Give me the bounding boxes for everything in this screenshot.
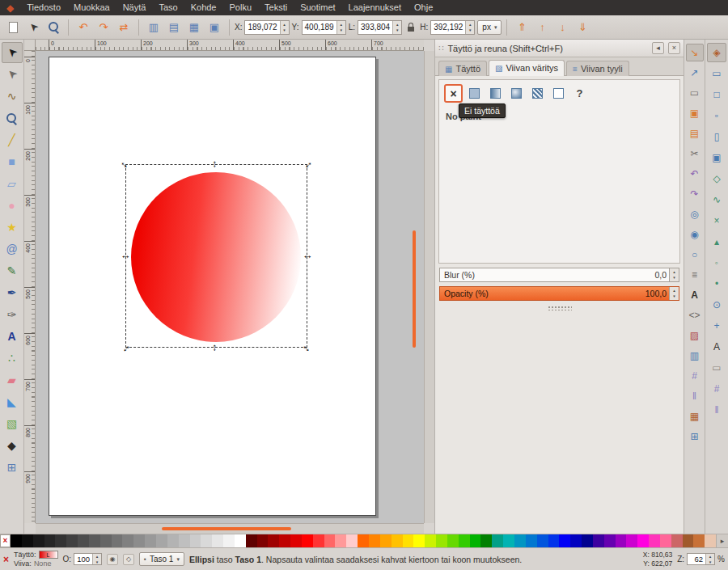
zoom-selection-icon[interactable]: ◎	[686, 205, 704, 223]
zoom-page-icon[interactable]: ○	[686, 246, 704, 264]
color-swatch[interactable]	[223, 534, 235, 547]
guides-icon[interactable]: ‖	[686, 387, 704, 405]
snap-cusp-nodes-icon[interactable]: ▴	[707, 232, 726, 251]
selection-arrow-icon[interactable]: ➤	[23, 18, 43, 37]
measure-tool[interactable]: ╱	[2, 129, 23, 150]
zoom-stepper[interactable]: ▴▾	[705, 554, 714, 564]
fill-stroke-dialog-icon[interactable]: ▨	[686, 327, 704, 344]
color-swatch[interactable]	[156, 534, 167, 547]
menu-item[interactable]: Muokkaa	[67, 0, 116, 15]
units-dropdown[interactable]: px▾	[477, 20, 502, 35]
box3d-tool[interactable]: ▱	[2, 173, 23, 194]
undo-icon[interactable]: ↶	[686, 165, 704, 183]
color-swatch[interactable]	[246, 534, 257, 547]
print-icon[interactable]: ▭	[686, 84, 704, 102]
snap-smooth-nodes-icon[interactable]: ◦	[707, 253, 726, 272]
color-swatch[interactable]	[503, 534, 514, 547]
vertical-scrollbar-thumb[interactable]	[413, 230, 416, 348]
paste-icon[interactable]: ▤	[686, 125, 704, 142]
pen-tool[interactable]: ✒	[2, 282, 23, 303]
color-swatch[interactable]	[33, 534, 44, 547]
vertical-ruler[interactable]: 0100200300400500600700800900	[24, 51, 36, 523]
paint-radial-gradient-button[interactable]	[507, 84, 526, 103]
color-swatch[interactable]	[55, 534, 66, 547]
fill-swatch[interactable]: L	[39, 551, 58, 559]
dropper-tool[interactable]: ◆	[2, 435, 23, 456]
opacity-slider[interactable]: Opacity (%) 100,0 ▴▾	[439, 286, 679, 301]
connector-tool[interactable]: ⊞	[2, 457, 23, 478]
snap-toggle-icon[interactable]: ◈	[707, 43, 726, 62]
zoom-tool[interactable]	[2, 108, 23, 129]
tab-stroke-paint[interactable]: ▨Viivan väritys	[489, 60, 565, 76]
color-swatch[interactable]	[133, 534, 145, 547]
color-swatch[interactable]	[683, 534, 694, 547]
duplicate-icon[interactable]: ≡	[686, 266, 704, 284]
selection-handle-n[interactable]: ↔	[210, 158, 222, 170]
color-swatch[interactable]	[492, 534, 503, 547]
color-swatch[interactable]	[22, 534, 33, 547]
transform-icon[interactable]: ▣	[205, 18, 224, 37]
menu-item[interactable]: Polku	[222, 0, 258, 15]
color-swatch[interactable]	[11, 534, 22, 547]
paint-unknown-button[interactable]: ?	[570, 84, 589, 103]
color-swatch[interactable]	[268, 534, 279, 547]
align-dialog-icon[interactable]: ▥	[686, 347, 704, 365]
paint-pattern-button[interactable]	[528, 84, 547, 103]
gradient-tool[interactable]: ▧	[2, 413, 23, 434]
zoom-drawing-icon[interactable]: ◉	[686, 226, 704, 243]
snap-midpoints-icon[interactable]: •	[707, 274, 726, 293]
redo-icon[interactable]: ↷	[686, 185, 704, 203]
tab-stroke-style[interactable]: ≡Viivan tyyli	[566, 61, 629, 76]
layer-lock-icon[interactable]: ◇	[123, 554, 134, 565]
undo-icon[interactable]: ↶	[74, 18, 93, 37]
text-dialog-icon[interactable]: A	[686, 286, 704, 304]
color-swatch[interactable]	[145, 534, 156, 547]
pencil-tool[interactable]: ✎	[2, 260, 23, 281]
ellipse-tool[interactable]: ●	[2, 195, 23, 216]
color-swatch[interactable]	[235, 534, 246, 547]
snap-paths-icon[interactable]: ∿	[707, 190, 726, 209]
swatches-dialog-icon[interactable]: ▦	[686, 407, 704, 425]
color-swatch[interactable]	[548, 534, 560, 547]
calligraphy-tool[interactable]: ✑	[2, 304, 23, 325]
snap-grid-icon[interactable]: #	[707, 379, 726, 399]
snap-page-border-icon[interactable]: ▭	[707, 358, 726, 378]
snap-bbox-centers-icon[interactable]: ▣	[707, 148, 726, 167]
menu-item[interactable]: Suotimet	[294, 0, 341, 15]
opacity-stepper[interactable]: ▴▾	[669, 287, 679, 300]
drag-grip-icon[interactable]: ∷	[438, 44, 443, 53]
menu-item[interactable]: Taso	[152, 0, 184, 15]
horizontal-scrollbar[interactable]	[36, 523, 424, 534]
color-swatch[interactable]	[637, 534, 649, 547]
y-input[interactable]: 400,189▴▾	[302, 20, 346, 35]
blur-slider[interactable]: Blur (%) 0,0 ▴▾	[439, 268, 679, 282]
grid-icon[interactable]: #	[686, 367, 704, 385]
menu-item[interactable]: Näytä	[116, 0, 153, 15]
x-stepper[interactable]: ▴▾	[280, 21, 289, 34]
spiral-tool[interactable]: @	[2, 239, 23, 260]
tweak-tool[interactable]: ∿	[2, 86, 23, 107]
horizontal-ruler[interactable]: 0100200300400500600700	[36, 40, 424, 51]
menu-item[interactable]: Ohje	[408, 0, 439, 15]
menu-item[interactable]: Tiedosto	[20, 0, 67, 15]
color-swatch[interactable]	[100, 534, 112, 547]
star-tool[interactable]: ★	[2, 217, 23, 238]
color-swatch[interactable]	[324, 534, 336, 547]
height-input[interactable]: 392,192▴▾	[430, 20, 475, 35]
color-swatch[interactable]	[403, 534, 414, 547]
color-swatch[interactable]	[425, 534, 436, 547]
layers-dialog-icon[interactable]: ⊞	[686, 428, 704, 445]
color-swatch[interactable]	[470, 534, 481, 547]
color-swatch[interactable]	[167, 534, 179, 547]
paint-none-button[interactable]: ×	[444, 84, 463, 103]
menu-item[interactable]: Laajennukset	[342, 0, 408, 15]
snap-nodes-icon[interactable]: ◇	[707, 169, 726, 188]
color-swatch[interactable]	[290, 534, 302, 547]
snap-bbox-corners-icon[interactable]: ▫	[707, 106, 726, 125]
color-swatch[interactable]	[279, 534, 290, 547]
color-swatch[interactable]	[582, 534, 593, 547]
raise-to-top-icon[interactable]: ⇑	[512, 18, 531, 37]
new-document-icon[interactable]	[3, 18, 23, 37]
selection-handle-w[interactable]: ↔	[120, 250, 131, 261]
color-swatch[interactable]	[122, 534, 133, 547]
